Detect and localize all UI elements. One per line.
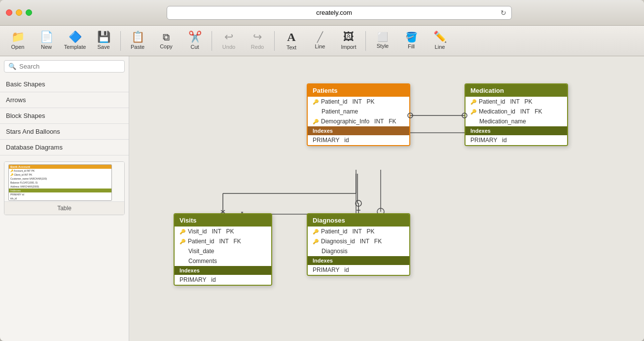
import-label: Import — [341, 44, 356, 50]
new-button[interactable]: 📄 New — [33, 28, 60, 54]
table-row: 🔑 Patient_id INT PK — [308, 97, 409, 107]
patients-header: Patients — [308, 84, 409, 97]
close-button[interactable] — [6, 9, 12, 16]
row-text: Comments — [188, 258, 217, 265]
diagnoses-indexes-header: Indexes — [308, 256, 409, 265]
redo-button[interactable]: ↪ Redo — [244, 28, 271, 54]
table-row: 🔑 Diagnosis_id INT FK — [308, 236, 409, 246]
table-row: Visit_date — [175, 246, 271, 256]
search-icon: 🔍 — [8, 63, 16, 70]
new-label: New — [41, 44, 52, 50]
import-icon: 🖼 — [343, 32, 354, 42]
block-shapes-label: Block Shapes — [6, 112, 45, 119]
cut-button[interactable]: ✂️ Cut — [181, 28, 209, 54]
row-text: Demographic_Info INT FK — [321, 118, 396, 125]
key-icon: 🔑 — [179, 239, 185, 244]
table-row: 🔑 Medication_id INT FK — [465, 107, 567, 116]
maximize-button[interactable] — [26, 9, 32, 16]
undo-label: Undo — [222, 44, 235, 50]
database-diagrams-label: Database Diagrams — [6, 144, 63, 151]
separator-3 — [274, 31, 275, 51]
row-text: Patient_id INT PK — [321, 98, 375, 105]
canvas-area[interactable]: Patients 🔑 Patient_id INT PK Patient_nam… — [129, 56, 644, 341]
paste-icon: 📋 — [131, 32, 144, 42]
open-label: Open — [11, 44, 25, 50]
line2-button[interactable]: ✏️ Line — [426, 28, 454, 54]
redo-label: Redo — [251, 44, 264, 50]
diagnoses-header: Diagnoses — [308, 214, 409, 227]
table-medication[interactable]: Medication 🔑 Patient_id INT PK 🔑 Medicat… — [465, 83, 568, 146]
url-input[interactable] — [172, 9, 497, 16]
fill-button[interactable]: 🪣 Fill — [397, 28, 425, 54]
table-patients[interactable]: Patients 🔑 Patient_id INT PK Patient_nam… — [307, 83, 410, 146]
main-layout: 🔍 Basic Shapes Arrows Block Shapes Stars… — [0, 56, 644, 341]
row-text: Visit_id INT PK — [188, 228, 234, 235]
medication-index-row: PRIMARY id — [465, 135, 567, 145]
row-text: Patient_name — [322, 108, 358, 115]
undo-icon: ↩ — [224, 32, 233, 42]
table-row: Diagnosis — [308, 246, 409, 256]
line-icon: ╱ — [317, 32, 323, 42]
template-label: Template — [64, 44, 86, 50]
table-diagnoses[interactable]: Diagnoses 🔑 Patient_id INT PK 🔑 Diagnosi… — [307, 213, 410, 276]
mini-table-row: PRIMARY id — [9, 192, 111, 196]
save-icon: 💾 — [97, 32, 110, 42]
key-icon: 🔑 — [313, 239, 319, 244]
row-text: Patient_id INT FK — [188, 238, 241, 245]
save-button[interactable]: 💾 Save — [90, 28, 117, 54]
medication-header: Medication — [465, 84, 567, 97]
search-box[interactable]: 🔍 — [4, 60, 125, 73]
row-text: Medication_name — [479, 118, 526, 125]
new-icon: 📄 — [40, 32, 53, 42]
key-icon: 🔑 — [470, 99, 476, 105]
row-text: Medication_id INT FK — [479, 108, 542, 115]
mini-table: Bank Account 🔑 Account_id INT PK 🔑 Clien… — [8, 164, 112, 201]
template-button[interactable]: 🔷 Template — [61, 28, 89, 54]
diagnoses-body: 🔑 Patient_id INT PK 🔑 Diagnosis_id INT F… — [308, 227, 409, 256]
key-icon: 🔑 — [313, 119, 319, 124]
line-button[interactable]: ╱ Line — [306, 28, 334, 54]
sidebar-item-block-shapes[interactable]: Block Shapes — [0, 108, 129, 124]
mini-table-row: Customer_name VARCHAR(100) — [9, 177, 111, 181]
reload-button[interactable]: ↻ — [501, 9, 506, 17]
table-visits[interactable]: Visits 🔑 Visit_id INT PK 🔑 Patient_id IN… — [174, 213, 272, 286]
key-icon: 🔑 — [313, 99, 319, 105]
arrows-label: Arrows — [6, 96, 26, 104]
row-text: Diagnosis — [322, 248, 348, 255]
fill-icon: 🪣 — [405, 32, 418, 42]
toolbar: 📁 Open 📄 New 🔷 Template 💾 Save 📋 Paste ⧉… — [0, 26, 644, 56]
titlebar: ↻ — [0, 0, 644, 26]
redo-icon: ↪ — [253, 32, 262, 42]
open-button[interactable]: 📁 Open — [4, 28, 32, 54]
paste-button[interactable]: 📋 Paste — [124, 28, 151, 54]
sidebar-thumbnail[interactable]: Bank Account 🔑 Account_id INT PK 🔑 Clien… — [4, 161, 125, 215]
mini-table-row: Balance FLOAT(1000, 0) — [9, 181, 111, 185]
style-label: Style — [377, 43, 389, 49]
row-text: Visit_date — [188, 248, 214, 255]
mini-table-row: 🔑 Account_id INT PK — [9, 169, 111, 173]
pencil-icon: ✏️ — [433, 32, 447, 42]
search-input[interactable] — [19, 63, 120, 70]
undo-button[interactable]: ↩ Undo — [215, 28, 243, 54]
copy-button[interactable]: ⧉ Copy — [152, 28, 180, 54]
url-bar[interactable]: ↻ — [167, 6, 512, 20]
table-row: 🔑 Patient_id INT PK — [465, 97, 567, 107]
medication-indexes-header: Indexes — [465, 126, 567, 135]
text-button[interactable]: A Text — [278, 28, 305, 54]
sidebar-item-database-diagrams[interactable]: Database Diagrams — [0, 140, 129, 155]
sidebar-item-arrows[interactable]: Arrows — [0, 92, 129, 108]
mini-table-header: Bank Account — [9, 165, 111, 169]
sidebar: 🔍 Basic Shapes Arrows Block Shapes Stars… — [0, 56, 129, 341]
sidebar-item-basic-shapes[interactable]: Basic Shapes — [0, 76, 129, 92]
minimize-button[interactable] — [16, 9, 22, 16]
mini-table-row: 🔑 Client_id INT PK — [9, 173, 111, 177]
import-button[interactable]: 🖼 Import — [335, 28, 362, 54]
visits-header: Visits — [175, 214, 271, 227]
table-row: Comments — [175, 256, 271, 266]
mini-table-row: Address VARCHAR(2000) — [9, 185, 111, 189]
line2-label: Line — [435, 44, 445, 50]
patients-index-row: PRIMARY id — [308, 135, 409, 145]
copy-icon: ⧉ — [163, 32, 170, 42]
sidebar-item-stars-balloons[interactable]: Stars And Balloons — [0, 124, 129, 140]
style-button[interactable]: ⬜ Style — [369, 28, 396, 54]
